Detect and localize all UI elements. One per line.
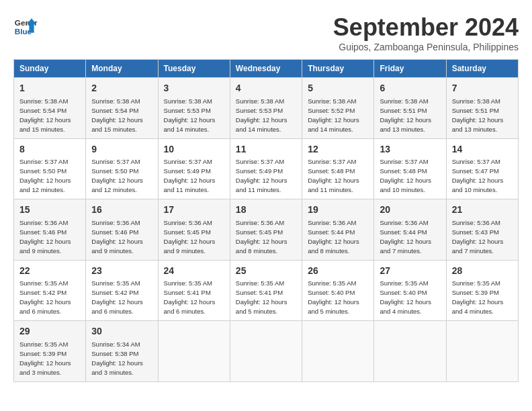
header-sunday: Sunday: [14, 60, 86, 78]
day-number: 11: [236, 143, 296, 156]
calendar-header-row: Sunday Monday Tuesday Wednesday Thursday…: [14, 60, 519, 78]
day-info: Sunrise: 5:38 AMSunset: 5:54 PMDaylight:…: [19, 97, 71, 133]
day-number: 22: [19, 265, 80, 278]
day-info: Sunrise: 5:36 AMSunset: 5:43 PMDaylight:…: [452, 219, 504, 255]
table-row: 7 Sunrise: 5:38 AMSunset: 5:51 PMDayligh…: [446, 78, 518, 139]
day-number: 2: [91, 82, 152, 95]
day-info: Sunrise: 5:37 AMSunset: 5:50 PMDaylight:…: [19, 158, 71, 193]
calendar-week-row: 1 Sunrise: 5:38 AMSunset: 5:54 PMDayligh…: [14, 78, 519, 139]
day-number: 13: [380, 143, 440, 156]
day-info: Sunrise: 5:36 AMSunset: 5:46 PMDaylight:…: [19, 219, 71, 255]
table-row: 18 Sunrise: 5:36 AMSunset: 5:45 PMDaylig…: [230, 199, 302, 261]
day-info: Sunrise: 5:35 AMSunset: 5:40 PMDaylight:…: [380, 279, 431, 315]
table-row: 19 Sunrise: 5:36 AMSunset: 5:44 PMDaylig…: [302, 199, 374, 261]
day-number: 8: [19, 143, 80, 156]
header-monday: Monday: [86, 60, 158, 78]
day-info: Sunrise: 5:35 AMSunset: 5:41 PMDaylight:…: [236, 279, 287, 315]
day-info: Sunrise: 5:37 AMSunset: 5:49 PMDaylight:…: [236, 158, 287, 193]
calendar-table: Sunday Monday Tuesday Wednesday Thursday…: [13, 59, 519, 382]
day-number: 25: [236, 265, 296, 278]
table-row: [374, 321, 446, 382]
day-number: 24: [164, 265, 224, 278]
day-number: 12: [308, 143, 368, 156]
day-number: 19: [308, 203, 368, 217]
day-number: 7: [452, 82, 513, 95]
day-number: 21: [452, 203, 513, 217]
day-number: 14: [452, 143, 513, 156]
table-row: 13 Sunrise: 5:37 AMSunset: 5:48 PMDaylig…: [374, 138, 446, 199]
day-info: Sunrise: 5:38 AMSunset: 5:51 PMDaylight:…: [452, 97, 504, 133]
day-number: 9: [91, 143, 152, 156]
day-info: Sunrise: 5:37 AMSunset: 5:49 PMDaylight:…: [164, 158, 216, 193]
table-row: 9 Sunrise: 5:37 AMSunset: 5:50 PMDayligh…: [86, 138, 158, 199]
table-row: 27 Sunrise: 5:35 AMSunset: 5:40 PMDaylig…: [374, 260, 446, 321]
day-number: 26: [308, 265, 368, 278]
table-row: [302, 321, 374, 382]
location-subtitle: Guipos, Zamboanga Peninsula, Philippines: [333, 42, 519, 52]
header-saturday: Saturday: [446, 60, 518, 78]
page-header: General Blue September 2024 Guipos, Zamb…: [13, 13, 519, 52]
day-info: Sunrise: 5:35 AMSunset: 5:41 PMDaylight:…: [164, 279, 216, 315]
table-row: [158, 321, 230, 382]
table-row: 5 Sunrise: 5:38 AMSunset: 5:52 PMDayligh…: [302, 78, 374, 139]
day-info: Sunrise: 5:37 AMSunset: 5:48 PMDaylight:…: [308, 158, 359, 193]
calendar-week-row: 8 Sunrise: 5:37 AMSunset: 5:50 PMDayligh…: [14, 138, 519, 199]
day-info: Sunrise: 5:35 AMSunset: 5:40 PMDaylight:…: [308, 279, 359, 315]
day-number: 27: [380, 265, 440, 278]
table-row: 3 Sunrise: 5:38 AMSunset: 5:53 PMDayligh…: [158, 78, 230, 139]
table-row: 8 Sunrise: 5:37 AMSunset: 5:50 PMDayligh…: [14, 138, 86, 199]
table-row: 12 Sunrise: 5:37 AMSunset: 5:48 PMDaylig…: [302, 138, 374, 199]
table-row: 23 Sunrise: 5:35 AMSunset: 5:42 PMDaylig…: [86, 260, 158, 321]
table-row: 4 Sunrise: 5:38 AMSunset: 5:53 PMDayligh…: [230, 78, 302, 139]
day-number: 4: [236, 82, 296, 95]
logo-icon: General Blue: [13, 13, 38, 38]
day-number: 5: [308, 82, 368, 95]
header-thursday: Thursday: [302, 60, 374, 78]
table-row: 30 Sunrise: 5:34 AMSunset: 5:38 PMDaylig…: [86, 321, 158, 382]
day-info: Sunrise: 5:36 AMSunset: 5:44 PMDaylight:…: [308, 219, 359, 255]
day-number: 17: [164, 203, 224, 217]
day-number: 16: [91, 203, 152, 217]
day-number: 18: [236, 203, 296, 217]
table-row: 26 Sunrise: 5:35 AMSunset: 5:40 PMDaylig…: [302, 260, 374, 321]
day-info: Sunrise: 5:36 AMSunset: 5:44 PMDaylight:…: [380, 219, 431, 255]
calendar-week-row: 15 Sunrise: 5:36 AMSunset: 5:46 PMDaylig…: [14, 199, 519, 261]
day-info: Sunrise: 5:36 AMSunset: 5:45 PMDaylight:…: [236, 219, 287, 255]
day-info: Sunrise: 5:37 AMSunset: 5:48 PMDaylight:…: [380, 158, 431, 193]
table-row: 1 Sunrise: 5:38 AMSunset: 5:54 PMDayligh…: [14, 78, 86, 139]
calendar-week-row: 29 Sunrise: 5:35 AMSunset: 5:39 PMDaylig…: [14, 321, 519, 382]
table-row: 15 Sunrise: 5:36 AMSunset: 5:46 PMDaylig…: [14, 199, 86, 261]
title-section: September 2024 Guipos, Zamboanga Peninsu…: [333, 13, 519, 52]
day-info: Sunrise: 5:38 AMSunset: 5:53 PMDaylight:…: [164, 97, 216, 133]
day-info: Sunrise: 5:36 AMSunset: 5:45 PMDaylight:…: [164, 219, 216, 255]
header-wednesday: Wednesday: [230, 60, 302, 78]
day-info: Sunrise: 5:35 AMSunset: 5:39 PMDaylight:…: [452, 279, 504, 315]
header-friday: Friday: [374, 60, 446, 78]
day-number: 30: [91, 325, 152, 338]
table-row: 17 Sunrise: 5:36 AMSunset: 5:45 PMDaylig…: [158, 199, 230, 261]
table-row: 24 Sunrise: 5:35 AMSunset: 5:41 PMDaylig…: [158, 260, 230, 321]
day-info: Sunrise: 5:36 AMSunset: 5:46 PMDaylight:…: [91, 219, 143, 255]
day-info: Sunrise: 5:38 AMSunset: 5:54 PMDaylight:…: [91, 97, 143, 133]
day-info: Sunrise: 5:37 AMSunset: 5:50 PMDaylight:…: [91, 158, 143, 193]
day-info: Sunrise: 5:38 AMSunset: 5:52 PMDaylight:…: [308, 97, 359, 133]
table-row: 21 Sunrise: 5:36 AMSunset: 5:43 PMDaylig…: [446, 199, 518, 261]
day-number: 1: [19, 82, 80, 95]
table-row: 22 Sunrise: 5:35 AMSunset: 5:42 PMDaylig…: [14, 260, 86, 321]
table-row: 6 Sunrise: 5:38 AMSunset: 5:51 PMDayligh…: [374, 78, 446, 139]
day-number: 29: [19, 325, 80, 338]
day-number: 28: [452, 265, 513, 278]
table-row: 2 Sunrise: 5:38 AMSunset: 5:54 PMDayligh…: [86, 78, 158, 139]
table-row: 10 Sunrise: 5:37 AMSunset: 5:49 PMDaylig…: [158, 138, 230, 199]
day-info: Sunrise: 5:38 AMSunset: 5:51 PMDaylight:…: [380, 97, 431, 133]
header-tuesday: Tuesday: [158, 60, 230, 78]
table-row: 29 Sunrise: 5:35 AMSunset: 5:39 PMDaylig…: [14, 321, 86, 382]
day-info: Sunrise: 5:35 AMSunset: 5:42 PMDaylight:…: [19, 279, 71, 315]
table-row: [230, 321, 302, 382]
day-info: Sunrise: 5:38 AMSunset: 5:53 PMDaylight:…: [236, 97, 287, 133]
table-row: 25 Sunrise: 5:35 AMSunset: 5:41 PMDaylig…: [230, 260, 302, 321]
day-info: Sunrise: 5:34 AMSunset: 5:38 PMDaylight:…: [91, 340, 143, 376]
day-info: Sunrise: 5:37 AMSunset: 5:47 PMDaylight:…: [452, 158, 504, 193]
day-number: 6: [380, 82, 440, 95]
table-row: 16 Sunrise: 5:36 AMSunset: 5:46 PMDaylig…: [86, 199, 158, 261]
